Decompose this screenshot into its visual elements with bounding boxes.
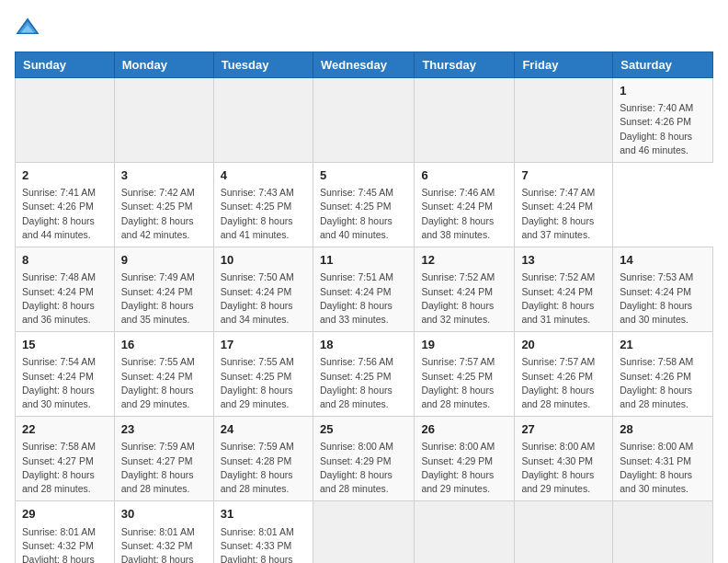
day-number: 2 [22,167,108,184]
day-of-week-header: Tuesday [213,52,313,78]
day-number: 16 [121,337,207,353]
day-info: Sunrise: 7:53 AMSunset: 4:24 PMDaylight:… [620,270,706,327]
day-cell: 16Sunrise: 7:55 AMSunset: 4:24 PMDayligh… [114,332,213,417]
day-of-week-header: Monday [114,52,213,78]
day-cell: 20Sunrise: 7:57 AMSunset: 4:26 PMDayligh… [515,332,613,417]
day-info: Sunrise: 8:00 AMSunset: 4:31 PMDaylight:… [620,440,706,496]
day-cell: 4Sunrise: 7:43 AMSunset: 4:25 PMDaylight… [213,163,313,247]
day-number: 12 [421,252,507,269]
calendar-week-row: 22Sunrise: 7:58 AMSunset: 4:27 PMDayligh… [16,417,713,501]
day-info: Sunrise: 7:41 AMSunset: 4:26 PMDaylight:… [22,186,108,242]
day-number: 14 [620,252,706,269]
empty-day-cell [613,501,713,563]
day-info: Sunrise: 7:43 AMSunset: 4:25 PMDaylight:… [221,186,306,242]
day-cell: 21Sunrise: 7:58 AMSunset: 4:26 PMDayligh… [613,332,713,417]
day-info: Sunrise: 8:00 AMSunset: 4:29 PMDaylight:… [320,440,407,496]
empty-day-cell [415,501,515,563]
day-info: Sunrise: 7:49 AMSunset: 4:24 PMDaylight:… [121,270,207,327]
empty-day-cell [313,78,414,163]
day-cell: 27Sunrise: 8:00 AMSunset: 4:30 PMDayligh… [515,417,613,501]
day-info: Sunrise: 8:01 AMSunset: 4:32 PMDaylight:… [121,525,207,564]
day-cell: 11Sunrise: 7:51 AMSunset: 4:24 PMDayligh… [313,247,414,332]
day-number: 10 [221,252,306,269]
day-cell: 22Sunrise: 7:58 AMSunset: 4:27 PMDayligh… [16,417,115,501]
day-number: 21 [620,337,706,353]
day-number: 27 [521,421,606,438]
day-cell: 30Sunrise: 8:01 AMSunset: 4:32 PMDayligh… [114,501,213,563]
day-info: Sunrise: 8:00 AMSunset: 4:30 PMDaylight:… [521,440,606,496]
day-cell: 19Sunrise: 7:57 AMSunset: 4:25 PMDayligh… [415,332,515,417]
day-number: 18 [320,337,407,353]
day-cell: 7Sunrise: 7:47 AMSunset: 4:24 PMDaylight… [515,163,613,247]
day-number: 17 [221,337,306,353]
day-number: 24 [221,421,306,438]
day-info: Sunrise: 7:54 AMSunset: 4:24 PMDaylight:… [22,355,108,411]
day-info: Sunrise: 7:47 AMSunset: 4:24 PMDaylight:… [521,186,606,242]
day-info: Sunrise: 8:00 AMSunset: 4:29 PMDaylight:… [421,440,507,496]
day-number: 31 [221,506,306,523]
day-info: Sunrise: 7:56 AMSunset: 4:25 PMDaylight:… [320,355,407,411]
calendar-week-row: 8Sunrise: 7:48 AMSunset: 4:24 PMDaylight… [16,247,713,332]
empty-day-cell [515,78,613,163]
day-number: 25 [320,421,407,438]
day-number: 1 [620,83,706,99]
day-info: Sunrise: 7:58 AMSunset: 4:27 PMDaylight:… [22,440,108,496]
empty-day-cell [213,78,313,163]
day-info: Sunrise: 7:55 AMSunset: 4:24 PMDaylight:… [121,355,207,411]
day-info: Sunrise: 8:01 AMSunset: 4:32 PMDaylight:… [22,525,108,564]
day-info: Sunrise: 7:58 AMSunset: 4:26 PMDaylight:… [620,355,706,411]
day-number: 13 [521,252,606,269]
day-number: 7 [521,167,606,184]
logo-icon [15,15,40,40]
day-number: 20 [521,337,606,353]
day-number: 30 [121,506,207,523]
day-cell: 18Sunrise: 7:56 AMSunset: 4:25 PMDayligh… [313,332,414,417]
day-cell: 13Sunrise: 7:52 AMSunset: 4:24 PMDayligh… [515,247,613,332]
day-info: Sunrise: 8:01 AMSunset: 4:33 PMDaylight:… [221,525,306,564]
day-number: 6 [421,167,507,184]
day-cell: 17Sunrise: 7:55 AMSunset: 4:25 PMDayligh… [213,332,313,417]
day-info: Sunrise: 7:48 AMSunset: 4:24 PMDaylight:… [22,270,108,327]
calendar-header-row: SundayMondayTuesdayWednesdayThursdayFrid… [16,52,713,78]
day-of-week-header: Wednesday [313,52,414,78]
day-cell: 3Sunrise: 7:42 AMSunset: 4:25 PMDaylight… [114,163,213,247]
day-cell: 14Sunrise: 7:53 AMSunset: 4:24 PMDayligh… [613,247,713,332]
day-of-week-header: Sunday [16,52,115,78]
day-cell: 29Sunrise: 8:01 AMSunset: 4:32 PMDayligh… [16,501,115,563]
day-number: 29 [22,506,108,523]
day-cell: 9Sunrise: 7:49 AMSunset: 4:24 PMDaylight… [114,247,213,332]
logo [15,15,44,40]
day-info: Sunrise: 7:52 AMSunset: 4:24 PMDaylight:… [421,270,507,327]
day-number: 19 [421,337,507,353]
empty-day-cell [415,78,515,163]
day-of-week-header: Thursday [415,52,515,78]
day-number: 9 [121,252,207,269]
day-cell: 5Sunrise: 7:45 AMSunset: 4:25 PMDaylight… [313,163,414,247]
day-number: 23 [121,421,207,438]
day-number: 11 [320,252,407,269]
day-number: 22 [22,421,108,438]
day-cell: 10Sunrise: 7:50 AMSunset: 4:24 PMDayligh… [213,247,313,332]
calendar-week-row: 2Sunrise: 7:41 AMSunset: 4:26 PMDaylight… [16,163,713,247]
day-cell: 26Sunrise: 8:00 AMSunset: 4:29 PMDayligh… [415,417,515,501]
day-info: Sunrise: 7:50 AMSunset: 4:24 PMDaylight:… [221,270,306,327]
day-info: Sunrise: 7:52 AMSunset: 4:24 PMDaylight:… [521,270,606,327]
calendar-table: SundayMondayTuesdayWednesdayThursdayFrid… [15,52,713,563]
day-number: 3 [121,167,207,184]
day-info: Sunrise: 7:59 AMSunset: 4:28 PMDaylight:… [221,440,306,496]
day-info: Sunrise: 7:57 AMSunset: 4:26 PMDaylight:… [521,355,606,411]
empty-day-cell [16,78,115,163]
empty-day-cell [313,501,414,563]
day-number: 15 [22,337,108,353]
calendar-week-row: 1Sunrise: 7:40 AMSunset: 4:26 PMDaylight… [16,78,713,163]
page-header [15,15,713,40]
day-cell: 23Sunrise: 7:59 AMSunset: 4:27 PMDayligh… [114,417,213,501]
day-info: Sunrise: 7:46 AMSunset: 4:24 PMDaylight:… [421,186,507,242]
day-cell: 24Sunrise: 7:59 AMSunset: 4:28 PMDayligh… [213,417,313,501]
day-of-week-header: Friday [515,52,613,78]
day-cell: 8Sunrise: 7:48 AMSunset: 4:24 PMDaylight… [16,247,115,332]
calendar-week-row: 29Sunrise: 8:01 AMSunset: 4:32 PMDayligh… [16,501,713,563]
day-of-week-header: Saturday [613,52,713,78]
day-info: Sunrise: 7:40 AMSunset: 4:26 PMDaylight:… [620,101,706,157]
day-cell: 25Sunrise: 8:00 AMSunset: 4:29 PMDayligh… [313,417,414,501]
